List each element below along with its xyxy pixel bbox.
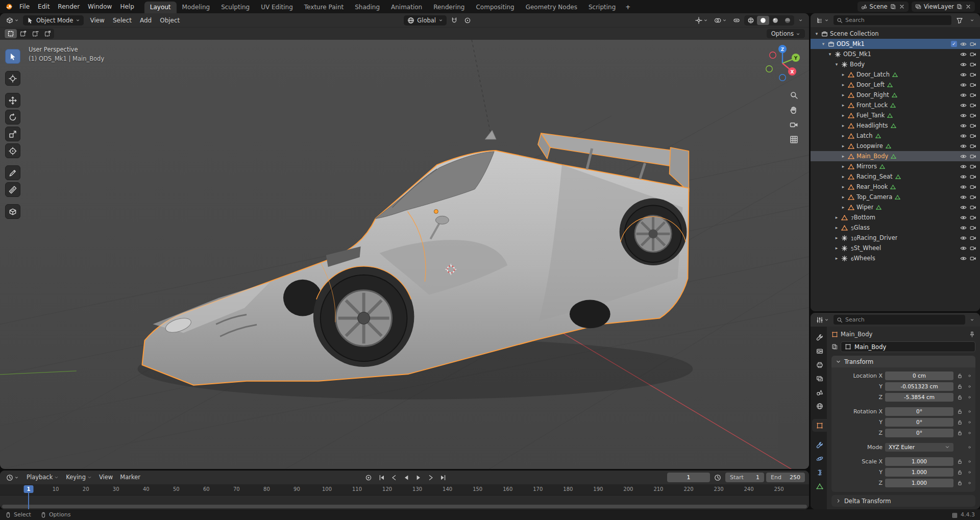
animate-property-dot[interactable] [966, 374, 972, 378]
tool-scale-button[interactable] [5, 127, 20, 141]
expand-arrow[interactable]: ▾ [826, 52, 834, 57]
options-button[interactable]: Options [767, 29, 805, 38]
outliner-row-ods_mk1[interactable]: ▾ODS_Mk1 [811, 49, 980, 59]
transport-play-button[interactable] [413, 473, 424, 483]
properties-tab-world[interactable] [812, 400, 827, 412]
browse-id-icon[interactable] [831, 343, 838, 350]
properties-search[interactable] [834, 315, 965, 325]
render-visibility-toggle[interactable] [970, 204, 976, 211]
select-mode-intersect[interactable] [41, 29, 54, 38]
number-field[interactable]: 0° [885, 418, 953, 427]
tab-animation[interactable]: Animation [385, 2, 428, 13]
zoom-icon[interactable] [790, 91, 798, 100]
outliner-row-main_body[interactable]: ▸Main_Body [811, 151, 980, 161]
number-field[interactable]: 0° [885, 429, 953, 437]
render-visibility-toggle[interactable] [970, 82, 976, 88]
hide-toggle[interactable] [960, 204, 967, 211]
unlink-scene-icon[interactable] [899, 4, 905, 10]
properties-tab-output[interactable] [812, 358, 827, 371]
transport-play-reverse-button[interactable] [401, 473, 412, 483]
properties-tab-scene[interactable] [812, 386, 827, 399]
tab-shading[interactable]: Shading [349, 2, 385, 13]
transport-prev-keyframe-button[interactable] [388, 473, 400, 483]
timeline-menu-playback[interactable]: Playback [23, 471, 62, 484]
tool-cursor-button[interactable] [5, 71, 20, 86]
hide-toggle[interactable] [960, 112, 967, 119]
expand-arrow[interactable]: ▸ [840, 164, 847, 169]
animate-property-dot[interactable] [966, 481, 972, 485]
tool-select-box-button[interactable] [5, 49, 20, 64]
outliner-search-input[interactable] [845, 17, 948, 23]
navigation-gizmo[interactable]: Z Y X [762, 43, 803, 85]
lock-toggle[interactable] [956, 430, 964, 436]
render-visibility-toggle[interactable] [970, 133, 976, 139]
expand-arrow[interactable]: ▸ [840, 154, 847, 159]
transport-next-keyframe-button[interactable] [425, 473, 436, 483]
number-field[interactable]: 0 cm [885, 372, 953, 380]
render-visibility-toggle[interactable] [970, 245, 976, 252]
hide-toggle[interactable] [960, 71, 967, 78]
mode-selector[interactable]: Object Mode [23, 15, 84, 26]
render-visibility-toggle[interactable] [970, 255, 976, 262]
outliner-row-door_latch[interactable]: ▸Door_Latch [811, 69, 980, 80]
properties-options-button[interactable] [968, 316, 976, 324]
timeline-editor-type-button[interactable] [4, 473, 21, 483]
properties-tab-tool[interactable] [812, 331, 827, 343]
playhead[interactable] [28, 492, 29, 509]
hide-toggle[interactable] [960, 102, 967, 109]
animate-property-dot[interactable] [966, 470, 972, 475]
properties-search-input[interactable] [845, 316, 962, 323]
timeline-body[interactable]: 1020304050607080901001101201301401501601… [0, 484, 809, 509]
tool-rotate-button[interactable] [5, 110, 20, 125]
outliner-row-rear_hook[interactable]: ▸Rear_Hook [811, 182, 980, 192]
frame-end-field[interactable]: End250 [766, 473, 805, 482]
expand-arrow[interactable]: ▸ [833, 215, 840, 220]
animate-property-dot[interactable] [966, 384, 972, 389]
properties-tab-render[interactable] [812, 344, 827, 357]
animate-property-dot[interactable] [966, 431, 972, 435]
outliner-row-wiper[interactable]: ▸Wiper [811, 202, 980, 212]
tab-uv-editing[interactable]: UV Editing [255, 2, 299, 13]
outliner-options-button[interactable] [968, 16, 976, 24]
outliner-row-bottom[interactable]: ▸7Bottom [811, 212, 980, 222]
hide-toggle[interactable] [960, 51, 967, 58]
hide-toggle[interactable] [960, 143, 967, 150]
timeline-scrollbar[interactable] [2, 505, 807, 508]
tool-add-cube-button[interactable] [5, 204, 20, 219]
animate-property-dot[interactable] [966, 420, 972, 425]
transform-panel-header[interactable]: Transform [831, 356, 975, 367]
tab-sculpting[interactable]: Sculpting [215, 2, 255, 13]
expand-arrow[interactable]: ▸ [840, 184, 847, 189]
timeline-track[interactable] [0, 496, 809, 509]
object-name-field[interactable]: Main_Body [841, 341, 975, 352]
hide-toggle[interactable] [960, 245, 967, 252]
outliner-row-door_right[interactable]: ▸Door_Right [811, 90, 980, 100]
properties-tab-object[interactable] [812, 419, 827, 432]
gizmos-dropdown[interactable] [693, 15, 710, 26]
menu-edit[interactable]: Edit [34, 0, 54, 13]
hide-toggle[interactable] [960, 82, 967, 88]
snap-toggle[interactable] [449, 15, 460, 26]
select-mode-extend[interactable] [17, 29, 29, 38]
outliner-row-loopwire[interactable]: ▸Loopwire [811, 141, 980, 151]
hide-toggle[interactable] [960, 214, 967, 221]
shading-material-button[interactable] [769, 16, 781, 25]
render-visibility-toggle[interactable] [970, 143, 976, 150]
number-field[interactable]: 0° [885, 407, 953, 416]
viewport-3d[interactable]: User Perspective (1) ODS_Mk1 | Main_Body… [0, 40, 809, 469]
outliner-row-latch[interactable]: ▸Latch [811, 131, 980, 141]
number-field[interactable]: -0.051323 cm [885, 382, 953, 391]
timeline-menu-keying[interactable]: Keying [62, 471, 95, 484]
hide-toggle[interactable] [960, 194, 967, 201]
shading-wireframe-button[interactable] [745, 16, 757, 25]
number-field[interactable]: 1.000 [885, 479, 953, 487]
tool-measure-button[interactable] [5, 182, 20, 197]
frame-start-field[interactable]: Start1 [725, 473, 764, 482]
editor-type-button[interactable] [4, 15, 21, 26]
outliner-row-front_lock[interactable]: ▸Front_Lock [811, 100, 980, 110]
tab-rendering[interactable]: Rendering [428, 2, 470, 13]
animate-property-dot[interactable] [966, 459, 972, 464]
remove-viewlayer-icon[interactable] [965, 4, 971, 10]
render-visibility-toggle[interactable] [970, 225, 976, 231]
number-field[interactable]: -5.3854 cm [885, 393, 953, 402]
